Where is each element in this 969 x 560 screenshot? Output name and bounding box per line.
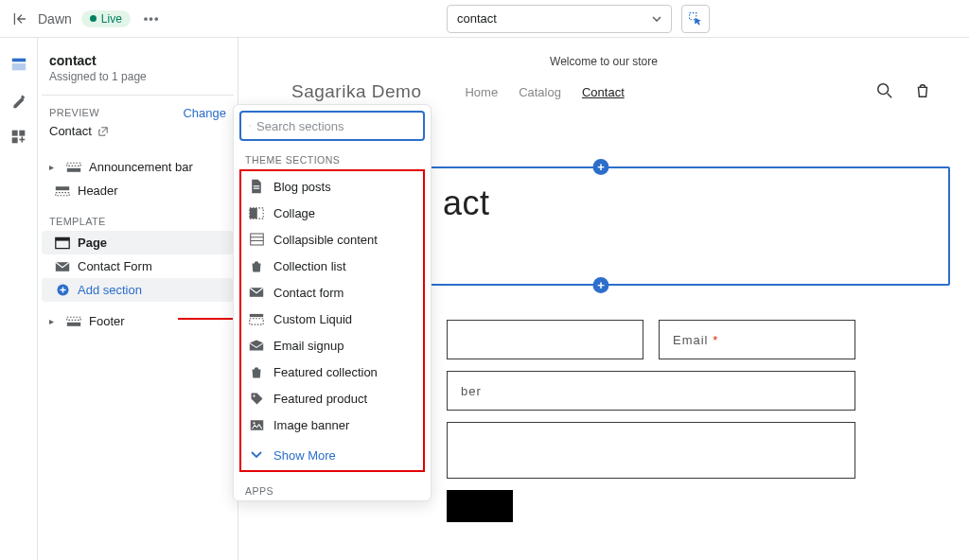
envelope-icon [55, 260, 70, 273]
svg-point-36 [253, 422, 255, 424]
section-option-email-signup[interactable]: Email signup [241, 332, 423, 359]
section-option-custom-liquid[interactable]: Custom Liquid [241, 306, 423, 332]
add-section-dropdown: THEME SECTIONS Blog posts Collage Collap… [233, 104, 432, 501]
svg-rect-6 [67, 163, 80, 166]
svg-rect-3 [12, 130, 18, 135]
rail-sections-icon[interactable] [9, 55, 28, 74]
announcement-text: Welcome to our store [257, 53, 950, 78]
section-option-collage[interactable]: Collage [241, 200, 423, 226]
cart-icon[interactable] [914, 82, 931, 102]
layout-icon [249, 311, 264, 326]
nav-home[interactable]: Home [465, 85, 498, 99]
search-icon[interactable] [876, 82, 893, 102]
search-sections-input[interactable] [256, 119, 415, 133]
chevron-down-icon [249, 447, 264, 463]
store-nav: Sagarika Demo Home Catalog Contact [291, 81, 625, 102]
svg-rect-32 [250, 313, 263, 316]
page-selector-value: contact [457, 11, 497, 26]
theme-name: Dawn [38, 11, 72, 26]
add-section-button[interactable]: Add section [42, 278, 234, 302]
svg-rect-11 [56, 237, 69, 240]
svg-rect-4 [19, 130, 25, 135]
send-button[interactable] [447, 490, 513, 522]
show-more-button[interactable]: Show More [241, 438, 423, 468]
header-icons [876, 82, 931, 102]
section-option-collapsible[interactable]: Collapsible content [241, 226, 423, 253]
phone-input[interactable]: ber [447, 371, 855, 411]
header-icon [55, 184, 70, 198]
svg-rect-7 [67, 167, 80, 171]
section-option-contact-form[interactable]: Contact form [241, 279, 423, 306]
topbar-left: Dawn Live ••• [11, 10, 447, 27]
exit-icon[interactable] [11, 10, 28, 27]
svg-rect-9 [56, 192, 69, 195]
svg-rect-28 [250, 234, 263, 245]
main-area: contact Assigned to 1 page PREVIEW Chang… [0, 38, 969, 560]
rail-theme-settings-icon[interactable] [9, 91, 28, 110]
tree-footer[interactable]: ▸ Footer [42, 309, 234, 333]
rows-icon [249, 232, 264, 247]
bag-icon [249, 258, 264, 273]
tag-icon [249, 391, 264, 406]
envelope-icon [249, 285, 264, 300]
theme-sections-list: Blog posts Collage Collapsible content C… [239, 169, 425, 472]
tree-label: Announcement bar [89, 160, 193, 174]
page-selector[interactable]: contact [447, 5, 672, 33]
collage-icon [249, 205, 264, 220]
nav-contact[interactable]: Contact [582, 85, 625, 99]
sidebar-title: contact [42, 53, 234, 68]
external-link-icon [97, 126, 109, 137]
section-option-blog-posts[interactable]: Blog posts [241, 173, 423, 200]
change-preview-link[interactable]: Change [183, 106, 226, 120]
tree-contact-form[interactable]: Contact Form [42, 254, 234, 278]
icon-rail [0, 38, 38, 560]
svg-rect-14 [67, 317, 80, 320]
section-option-collection-list[interactable]: Collection list [241, 253, 423, 279]
required-marker: * [713, 333, 718, 347]
section-option-featured-collection[interactable]: Featured collection [241, 359, 423, 385]
add-before-button[interactable]: + [593, 159, 609, 175]
email-input[interactable]: Email * [659, 320, 855, 359]
svg-rect-15 [67, 322, 80, 325]
status-badge: Live [81, 10, 131, 27]
tree-label: Footer [89, 314, 125, 328]
tree-label: Add section [78, 283, 142, 297]
image-icon [249, 417, 264, 432]
svg-point-22 [249, 125, 250, 126]
page-icon [55, 236, 70, 250]
section-option-image-banner[interactable]: Image banner [241, 411, 423, 438]
svg-rect-27 [250, 207, 257, 218]
svg-line-19 [888, 93, 892, 97]
name-input[interactable] [447, 320, 643, 359]
svg-rect-25 [254, 188, 259, 189]
nav-catalog[interactable]: Catalog [519, 85, 561, 99]
svg-rect-1 [11, 59, 25, 62]
preview-label: PREVIEW [42, 103, 107, 122]
search-sections-field[interactable] [239, 111, 425, 141]
rail-apps-icon[interactable] [9, 127, 28, 146]
theme-sections-label: THEME SECTIONS [234, 147, 431, 169]
tree-label: Page [78, 236, 107, 250]
bag-icon [249, 364, 264, 379]
inspector-button[interactable] [681, 5, 710, 33]
chevron-right-icon: ▸ [49, 162, 59, 172]
tree-announcement-bar[interactable]: ▸ Announcement bar [42, 155, 234, 179]
comment-textarea[interactable] [447, 422, 855, 479]
status-label: Live [101, 12, 122, 26]
svg-point-34 [253, 394, 255, 396]
section-option-featured-product[interactable]: Featured product [241, 385, 423, 411]
svg-rect-33 [250, 318, 263, 324]
preview-page-value[interactable]: Contact [42, 122, 234, 151]
status-dot-icon [90, 15, 97, 22]
tree-page[interactable]: Page [42, 231, 234, 254]
svg-rect-8 [56, 186, 69, 190]
tree-label: Header [78, 184, 118, 198]
template-label: TEMPLATE [42, 212, 234, 231]
tree-label: Contact Form [78, 259, 152, 273]
store-brand: Sagarika Demo [291, 81, 421, 102]
more-menu-button[interactable]: ••• [140, 11, 164, 26]
apps-label: APPS [234, 478, 431, 500]
sidebar-subtitle: Assigned to 1 page [42, 68, 234, 96]
footer-icon [66, 315, 81, 328]
tree-header[interactable]: Header [42, 179, 234, 202]
